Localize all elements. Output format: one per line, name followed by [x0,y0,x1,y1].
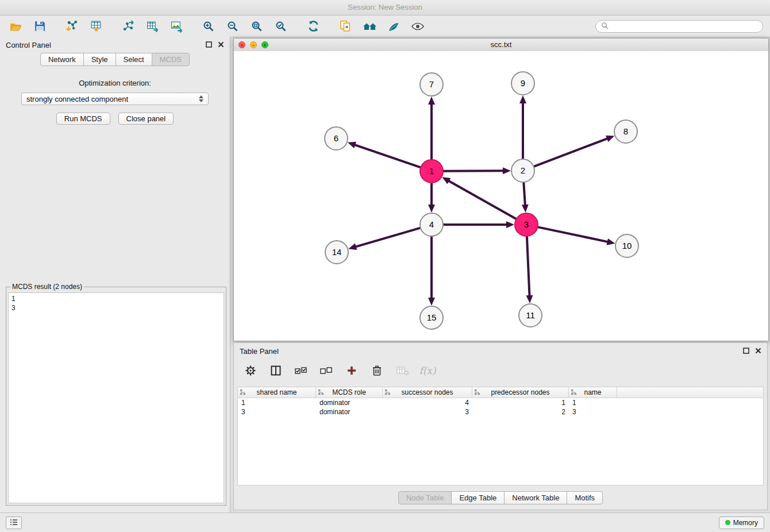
graph-node-10[interactable]: 10 [615,234,638,257]
tab-style[interactable]: Style [83,53,116,66]
export-network-icon[interactable] [120,18,137,35]
tab-network[interactable]: Network [40,53,84,66]
node-label: 3 [524,219,529,229]
tab-node-table[interactable]: Node Table [398,491,452,504]
mcds-result-list[interactable]: 13 [8,292,224,503]
graph-node-15[interactable]: 15 [420,306,443,329]
mcds-result-item: 3 [11,303,221,313]
window-titlebar[interactable]: Session: New Session [0,0,770,16]
mcds-result-item: 1 [11,294,221,303]
first-neighbors-icon[interactable] [361,18,378,35]
table-cell[interactable]: 3 [238,407,316,417]
import-network-icon[interactable] [63,18,80,35]
column-header-MCDS-role[interactable]: MCDS role [316,387,383,398]
optimization-select[interactable]: strongly connected component [21,92,209,105]
close-panel-icon[interactable] [218,41,224,49]
tab-network-table[interactable]: Network Table [504,491,567,504]
graph-node-2[interactable]: 2 [511,159,534,182]
zoom-selected-icon[interactable] [272,18,290,35]
save-session-icon[interactable] [31,18,48,35]
edge-arrowhead-icon [428,298,435,306]
run-mcds-button[interactable]: Run MCDS [56,113,110,125]
column-header-predecessor-nodes[interactable]: predecessor nodes [472,387,569,398]
column-header-successor-nodes[interactable]: successor nodes [383,387,472,398]
column-header-label: predecessor nodes [491,388,549,396]
select-all-icon[interactable] [292,362,310,379]
column-type-icon [384,389,391,397]
column-header-name[interactable]: name [569,387,617,398]
toolbar-group [120,18,185,35]
zoom-in-icon[interactable] [200,18,217,35]
graph-node-14[interactable]: 14 [325,241,348,264]
column-header-shared-name[interactable]: shared name [238,387,316,398]
export-table-icon[interactable] [144,18,161,35]
table-cell[interactable]: 3 [383,407,472,417]
table-cell[interactable]: dominator [316,398,383,407]
column-layout-icon[interactable] [267,362,284,379]
memory-button[interactable]: Memory [719,516,764,529]
table-row[interactable]: 1dominator411 [238,398,763,407]
zoom-out-icon[interactable] [224,18,241,35]
close-panel-button[interactable]: Close panel [118,113,174,125]
zoom-window-icon[interactable]: + [261,41,268,48]
graph-node-9[interactable]: 9 [511,72,534,95]
table-cell[interactable]: 3 [569,407,617,417]
column-type-icon [318,389,324,397]
style-brush-icon[interactable] [385,18,402,35]
graph-edge-1-2[interactable] [444,171,505,171]
graph-node-8[interactable]: 8 [614,120,637,143]
node-label: 1 [429,166,434,176]
network-window-titlebar[interactable]: × − + scc.txt [234,38,768,52]
float-panel-icon[interactable] [206,41,212,49]
refresh-icon[interactable] [305,18,322,35]
table-cell[interactable]: 1 [472,398,569,407]
table-row[interactable]: 3dominator323 [238,407,763,417]
graph-node-7[interactable]: 7 [420,73,443,96]
new-from-selection-icon[interactable] [337,18,354,35]
tab-select[interactable]: Select [116,53,152,66]
table-cell[interactable]: 1 [569,398,617,407]
table-toolbar: f(x) [234,360,767,381]
graph-node-6[interactable]: 6 [325,127,348,150]
network-graph: 7968124314101511 [234,51,767,340]
import-table-icon[interactable] [87,18,105,35]
network-canvas[interactable]: 7968124314101511 [234,51,768,341]
graph-edge-3-1[interactable] [448,180,516,219]
graph-edge-2-3[interactable] [523,183,525,206]
search-box[interactable] [595,20,763,33]
application-window: Session: New Session Control Panel Netwo… [0,0,770,532]
optimization-label: Optimization criterion: [0,79,230,87]
graph-node-4[interactable]: 4 [420,213,443,236]
graph-edge-3-11[interactable] [527,237,530,297]
graph-node-1[interactable]: 1 [420,160,443,183]
show-hide-icon[interactable] [409,18,426,35]
open-session-icon[interactable] [7,18,24,35]
table-cell[interactable]: 1 [238,398,316,407]
close-window-icon[interactable]: × [238,41,245,48]
search-input[interactable] [612,22,757,31]
tab-motifs[interactable]: Motifs [567,491,603,504]
float-table-panel-icon[interactable] [743,347,749,356]
graph-edge-4-14[interactable] [355,228,420,247]
tab-mcds[interactable]: MCDS [152,53,190,66]
deselect-all-icon[interactable] [318,362,335,379]
table-cell[interactable]: dominator [316,407,383,417]
add-column-icon[interactable] [343,362,360,379]
delete-column-icon[interactable] [368,362,386,379]
tab-edge-table[interactable]: Edge Table [451,491,505,504]
export-image-icon[interactable] [168,18,185,35]
console-button[interactable] [6,516,22,529]
settings-gear-icon[interactable] [242,362,259,379]
minimize-window-icon[interactable]: − [250,41,257,48]
graph-edge-2-8[interactable] [534,138,609,166]
graph-node-11[interactable]: 11 [519,304,542,327]
table-cell[interactable]: 4 [383,398,472,407]
graph-edge-3-10[interactable] [538,227,609,242]
close-table-panel-icon[interactable] [755,347,761,356]
column-header-label: MCDS role [332,388,366,396]
graph-edge-1-6[interactable] [353,144,420,167]
graph-node-3[interactable]: 3 [515,213,538,236]
table-cell[interactable]: 2 [472,407,569,417]
control-panel-tabs: NetworkStyleSelectMCDS [0,53,230,66]
zoom-fit-icon[interactable] [248,18,265,35]
